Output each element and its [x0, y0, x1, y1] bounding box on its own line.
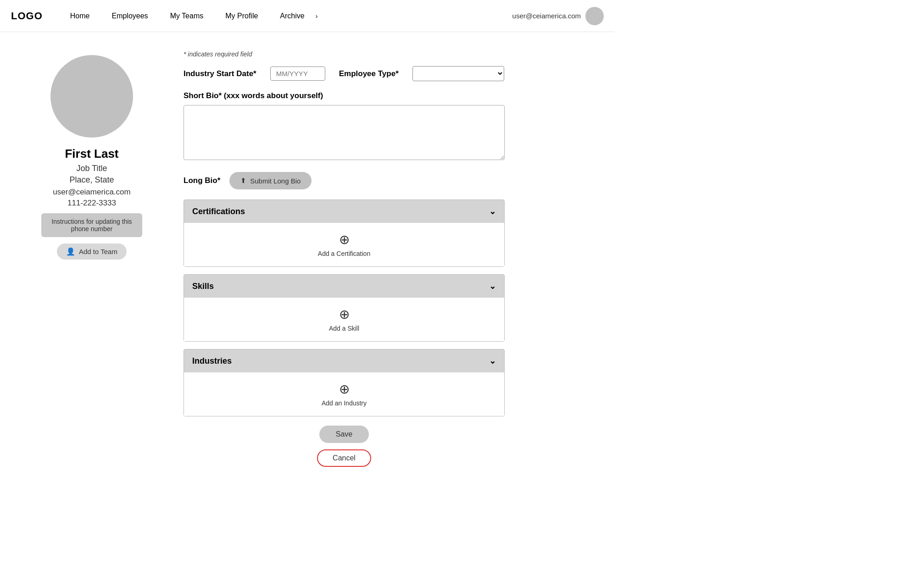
logo: LOGO	[11, 10, 43, 22]
add-industry-icon: ⊕	[339, 382, 350, 397]
phone-instructions: Instructions for updating this phone num…	[41, 213, 142, 237]
nav-links: Home Employees My Teams My Profile Archi…	[61, 8, 512, 24]
certifications-header[interactable]: Certifications ⌄	[184, 200, 504, 223]
industries-accordion: Industries ⌄ ⊕ Add an Industry	[184, 349, 505, 416]
profile-job-title: Job Title	[76, 164, 107, 173]
industries-body: ⊕ Add an Industry	[184, 372, 504, 416]
form-actions: Save Cancel	[184, 426, 505, 467]
industry-start-date-label: Industry Start Date*	[184, 69, 256, 78]
navbar: LOGO Home Employees My Teams My Profile …	[0, 0, 615, 32]
industries-chevron-icon: ⌄	[489, 356, 496, 366]
long-bio-row: Long Bio* ⬆ Submit Long Bio	[184, 172, 505, 189]
certifications-accordion: Certifications ⌄ ⊕ Add a Certification	[184, 199, 505, 267]
save-button[interactable]: Save	[319, 426, 369, 443]
archive-chevron-icon: ›	[316, 12, 318, 20]
skills-body: ⊕ Add a Skill	[184, 298, 504, 341]
nav-my-profile[interactable]: My Profile	[216, 8, 267, 24]
submit-long-bio-button[interactable]: ⬆ Submit Long Bio	[229, 172, 312, 189]
short-bio-label: Short Bio* (xxx words about yourself)	[184, 91, 505, 100]
certifications-chevron-icon: ⌄	[489, 206, 496, 216]
certifications-label: Certifications	[192, 207, 245, 216]
certifications-body: ⊕ Add a Certification	[184, 223, 504, 266]
nav-archive-wrap: Archive ›	[271, 8, 317, 24]
date-type-row: Industry Start Date* Employee Type*	[184, 66, 505, 81]
nav-user-email: user@ceiamerica.com	[512, 12, 581, 20]
upload-icon: ⬆	[240, 177, 246, 185]
add-industry-button[interactable]: ⊕ Add an Industry	[322, 382, 367, 407]
skills-label: Skills	[192, 282, 214, 291]
required-note: * indicates required field	[184, 50, 505, 58]
short-bio-section: Short Bio* (xxx words about yourself)	[184, 91, 505, 162]
profile-location: Place, State	[69, 175, 114, 185]
add-certification-label: Add a Certification	[318, 250, 370, 257]
add-skill-icon: ⊕	[339, 307, 350, 322]
add-skill-button[interactable]: ⊕ Add a Skill	[329, 307, 359, 332]
add-certification-button[interactable]: ⊕ Add a Certification	[318, 232, 370, 257]
employee-type-label: Employee Type*	[339, 69, 399, 78]
add-to-team-label: Add to Team	[79, 248, 117, 255]
add-industry-label: Add an Industry	[322, 399, 367, 407]
nav-my-teams[interactable]: My Teams	[161, 8, 213, 24]
skills-chevron-icon: ⌄	[489, 281, 496, 291]
profile-avatar	[50, 55, 133, 138]
profile-phone: 111-222-3333	[67, 199, 116, 208]
long-bio-label: Long Bio*	[184, 176, 220, 185]
profile-email: user@ceiamerica.com	[53, 188, 130, 197]
skills-header[interactable]: Skills ⌄	[184, 275, 504, 298]
profile-name: First Last	[65, 147, 118, 161]
add-skill-label: Add a Skill	[329, 325, 359, 332]
industries-label: Industries	[192, 356, 232, 366]
person-icon: 👤	[66, 247, 75, 256]
left-panel: First Last Job Title Place, State user@c…	[28, 50, 156, 467]
main-content: First Last Job Title Place, State user@c…	[0, 32, 615, 485]
cancel-button[interactable]: Cancel	[317, 449, 371, 467]
nav-employees[interactable]: Employees	[102, 8, 157, 24]
industries-header[interactable]: Industries ⌄	[184, 349, 504, 372]
submit-long-bio-label: Submit Long Bio	[250, 177, 301, 185]
nav-user: user@ceiamerica.com	[512, 7, 604, 25]
nav-archive[interactable]: Archive	[271, 8, 313, 24]
employee-type-select[interactable]	[412, 66, 504, 81]
nav-home[interactable]: Home	[61, 8, 99, 24]
nav-avatar[interactable]	[585, 7, 604, 25]
industry-start-date-input[interactable]	[270, 66, 325, 81]
short-bio-textarea[interactable]	[184, 105, 505, 160]
right-panel: * indicates required field Industry Star…	[184, 50, 505, 467]
add-to-team-button[interactable]: 👤 Add to Team	[57, 244, 127, 260]
skills-accordion: Skills ⌄ ⊕ Add a Skill	[184, 274, 505, 342]
add-certification-icon: ⊕	[339, 232, 350, 247]
